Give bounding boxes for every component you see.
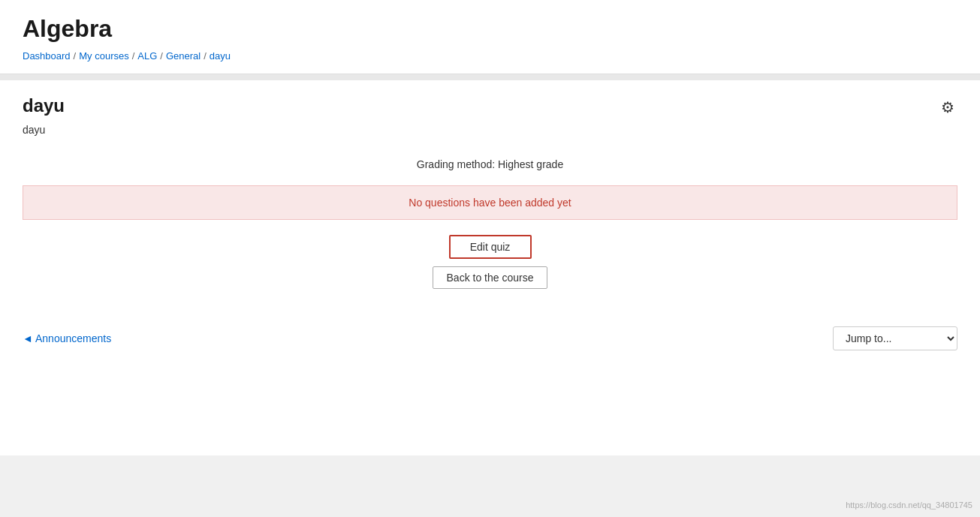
breadcrumb-sep-3: / bbox=[160, 50, 163, 62]
breadcrumb: Dashboard / My courses / ALG / General /… bbox=[23, 50, 957, 62]
divider bbox=[0, 74, 980, 80]
header: Algebra Dashboard / My courses / ALG / G… bbox=[0, 0, 980, 74]
back-course-button[interactable]: Back to the course bbox=[433, 266, 548, 289]
alert-message: No questions have been added yet bbox=[409, 197, 571, 209]
breadcrumb-sep-1: / bbox=[74, 50, 77, 62]
buttons-area: Edit quiz Back to the course bbox=[23, 235, 957, 289]
breadcrumb-sep-4: / bbox=[204, 50, 207, 62]
content-title: dayu bbox=[23, 95, 65, 116]
grading-info: Grading method: Highest grade bbox=[23, 158, 957, 170]
alert-box: No questions have been added yet bbox=[23, 185, 957, 220]
grading-label: Grading method: bbox=[417, 158, 495, 170]
breadcrumb-sep-2: / bbox=[132, 50, 135, 62]
edit-quiz-button[interactable]: Edit quiz bbox=[449, 235, 532, 259]
breadcrumb-mycourses[interactable]: My courses bbox=[79, 50, 128, 62]
main-content: dayu ⚙ dayu Grading method: Highest grad… bbox=[0, 80, 980, 455]
content-subtitle: dayu bbox=[23, 124, 957, 136]
bottom-nav: ◄ Announcements Jump to... Course home A… bbox=[23, 319, 957, 358]
page-title: Algebra bbox=[23, 15, 957, 43]
gear-icon[interactable]: ⚙ bbox=[938, 95, 957, 119]
content-header: dayu ⚙ bbox=[23, 95, 957, 124]
breadcrumb-general[interactable]: General bbox=[166, 50, 201, 62]
breadcrumb-dashboard[interactable]: Dashboard bbox=[23, 50, 71, 62]
jump-to-select[interactable]: Jump to... Course home Announcements bbox=[833, 326, 957, 350]
jump-select-container: Jump to... Course home Announcements bbox=[833, 326, 957, 350]
prev-link[interactable]: ◄ Announcements bbox=[23, 332, 111, 344]
breadcrumb-dayu: dayu bbox=[210, 50, 231, 62]
breadcrumb-alg[interactable]: ALG bbox=[137, 50, 157, 62]
grading-value: Highest grade bbox=[498, 158, 563, 170]
